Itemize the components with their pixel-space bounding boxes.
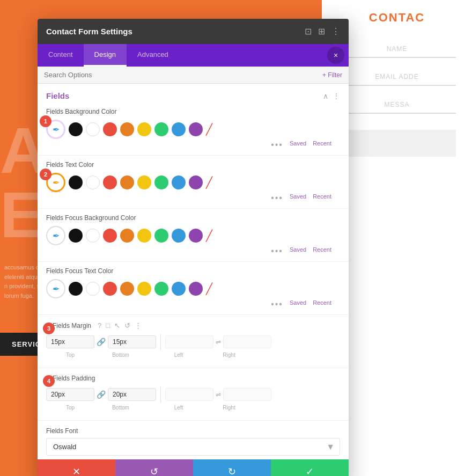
padding-unlink-icon[interactable]: ⇌ [216, 391, 221, 398]
reset-button[interactable]: ↺ [115, 459, 193, 476]
bg-form-message: MESSA [338, 97, 456, 114]
color-swatch-yellow[interactable] [137, 122, 151, 136]
padding-left-input[interactable] [170, 391, 197, 398]
margin-bottom-input[interactable] [113, 338, 139, 346]
section-more-icon[interactable]: ⋮ [333, 92, 340, 100]
collapse-icon[interactable]: ∧ [323, 92, 328, 100]
color-swatch-white-2[interactable] [86, 175, 100, 189]
color-swatch-blue-4[interactable] [172, 282, 186, 296]
tab-content[interactable]: Content [38, 44, 84, 67]
tab-design[interactable]: Design [84, 44, 127, 67]
color-swatch-green-3[interactable] [154, 229, 168, 243]
color-swatch-yellow-2[interactable] [137, 175, 151, 189]
margin-link-icon[interactable]: 🔗 [97, 338, 106, 346]
padding-right-input[interactable] [228, 391, 255, 398]
color-swatch-green[interactable] [154, 122, 168, 136]
help-icon[interactable]: ? [98, 321, 101, 329]
font-select[interactable]: Oswald Arial Georgia Verdana Roboto [46, 438, 340, 456]
split-icon[interactable]: ⊞ [318, 26, 325, 36]
fields-font-section: Fields Font Oswald Arial Georgia Verdana… [38, 423, 349, 459]
confirm-button[interactable]: ✓ [271, 459, 349, 476]
padding-bottom-input[interactable] [113, 391, 139, 398]
color-swatch-red-2[interactable] [103, 175, 117, 189]
fields-focus-text-color-label: Fields Focus Text Color [46, 267, 340, 275]
color-swatch-yellow-4[interactable] [137, 282, 151, 296]
color-swatch-orange-4[interactable] [120, 282, 134, 296]
color-swatch-black-2[interactable] [69, 175, 83, 189]
close-button[interactable]: × [327, 47, 344, 64]
color-clear-icon-2[interactable]: ╱ [206, 176, 212, 189]
tab-advanced[interactable]: Advanced [127, 44, 179, 67]
more-dots-3[interactable]: ••• [270, 246, 283, 256]
dim-divider-2 [160, 386, 161, 402]
saved-link-4[interactable]: Saved [290, 299, 306, 309]
modal-content: Fields ∧ ⋮ Fields Background Color 1 ✒ [38, 84, 349, 459]
resize-icon[interactable]: ⊡ [305, 26, 312, 36]
color-swatch-black-4[interactable] [69, 282, 83, 296]
divider-1 [38, 155, 349, 156]
color-clear-icon[interactable]: ╱ [206, 123, 212, 136]
color-swatch-white-3[interactable] [86, 229, 100, 243]
filter-button[interactable]: + Filter [322, 71, 342, 79]
more-dots-4[interactable]: ••• [270, 299, 283, 309]
color-swatch-red-3[interactable] [103, 229, 117, 243]
color-swatch-blue[interactable] [172, 122, 186, 136]
color-swatch-green-2[interactable] [154, 175, 168, 189]
color-swatch-yellow-3[interactable] [137, 229, 151, 243]
saved-link-2[interactable]: Saved [290, 193, 306, 203]
color-swatch-red-4[interactable] [103, 282, 117, 296]
recent-link-1[interactable]: Recent [313, 140, 331, 150]
color-clear-icon-4[interactable]: ╱ [206, 282, 212, 295]
color-swatch-blue-3[interactable] [172, 229, 186, 243]
margin-top-input-wrap [46, 335, 94, 348]
redo-button[interactable]: ↻ [193, 459, 271, 476]
padding-left-label: Left [154, 405, 203, 411]
recent-link-3[interactable]: Recent [313, 246, 331, 256]
padding-top-label: Top [46, 405, 94, 411]
saved-link-1[interactable]: Saved [290, 140, 306, 150]
margin-left-input[interactable] [170, 338, 197, 346]
color-swatch-black[interactable] [69, 122, 83, 136]
search-input[interactable] [44, 71, 322, 79]
fields-section-title: Fields [46, 91, 69, 100]
padding-link-icon[interactable]: 🔗 [97, 390, 106, 399]
fields-focus-text-color-row: ✒ ╱ [46, 279, 340, 298]
more-dots-2[interactable]: ••• [270, 193, 283, 203]
color-swatch-blue-2[interactable] [172, 175, 186, 189]
color-swatch-white[interactable] [86, 122, 100, 136]
recent-link-2[interactable]: Recent [313, 193, 331, 203]
color-swatch-orange[interactable] [120, 122, 134, 136]
divider-3 [38, 261, 349, 262]
device-icon[interactable]: □ [106, 321, 110, 329]
more-margin-icon[interactable]: ⋮ [135, 321, 142, 329]
color-swatch-white-4[interactable] [86, 282, 100, 296]
modal-footer: ✕ ↺ ↻ ✓ [38, 459, 349, 476]
margin-right-input[interactable] [228, 338, 255, 346]
fields-focus-bg-color-picker[interactable]: ✒ [46, 226, 65, 245]
color-swatch-orange-3[interactable] [120, 229, 134, 243]
font-select-wrap: Oswald Arial Georgia Verdana Roboto ▼ [46, 438, 340, 456]
reset-margin-icon[interactable]: ↺ [124, 321, 130, 329]
color-swatch-black-3[interactable] [69, 229, 83, 243]
saved-link-3[interactable]: Saved [290, 246, 306, 256]
margin-left-input-wrap [165, 335, 213, 348]
color-swatch-purple-2[interactable] [189, 175, 203, 189]
padding-top-input[interactable] [51, 391, 78, 398]
divider-5 [38, 368, 349, 368]
recent-link-4[interactable]: Recent [313, 299, 331, 309]
color-swatch-green-4[interactable] [154, 282, 168, 296]
more-icon[interactable]: ⋮ [331, 26, 340, 36]
color-swatch-purple-3[interactable] [189, 229, 203, 243]
cursor-icon[interactable]: ↖ [114, 321, 120, 329]
color-swatch-red[interactable] [103, 122, 117, 136]
cancel-button[interactable]: ✕ [38, 459, 115, 476]
color-clear-icon-3[interactable]: ╱ [206, 229, 212, 242]
fields-focus-text-color-picker[interactable]: ✒ [46, 279, 65, 298]
margin-unlink-icon[interactable]: ⇌ [216, 338, 221, 346]
more-dots-1[interactable]: ••• [270, 140, 283, 150]
margin-top-input[interactable] [51, 338, 78, 346]
fields-focus-bg-color-option: Fields Focus Background Color ✒ ╱ ••• Sa… [38, 211, 349, 259]
color-swatch-purple-4[interactable] [189, 282, 203, 296]
color-swatch-orange-2[interactable] [120, 175, 134, 189]
color-swatch-purple[interactable] [189, 122, 203, 136]
